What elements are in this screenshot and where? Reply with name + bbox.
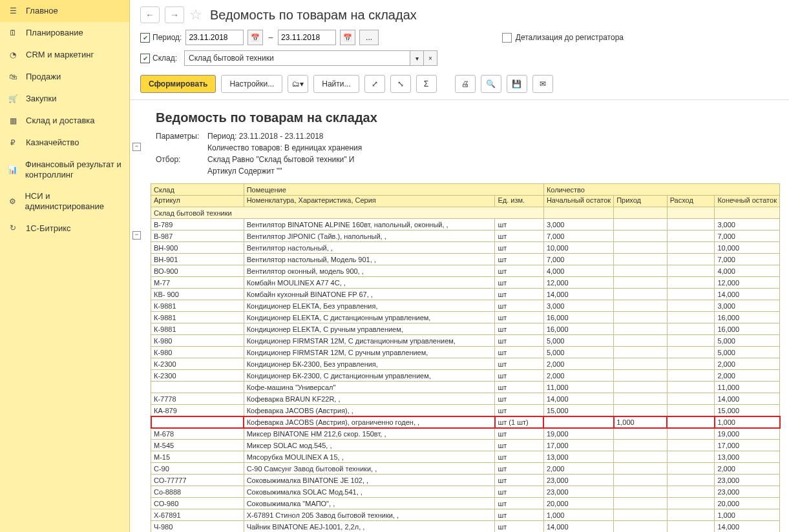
sidebar-item-8[interactable]: ⚙НСИ и администрирование — [0, 185, 129, 217]
period-checkbox[interactable]: Период: — [140, 33, 182, 43]
email-button[interactable]: ✉ — [532, 75, 553, 93]
collapse-handle-group[interactable]: − — [132, 231, 141, 240]
cell-ed: шт — [495, 358, 544, 370]
preview-button[interactable]: 🔍 — [481, 75, 501, 93]
col-pomesh: Помещение — [244, 184, 543, 196]
sidebar-item-5[interactable]: ▦Склад и доставка — [0, 110, 129, 132]
sidebar-item-2[interactable]: ◔CRM и маркетинг — [0, 44, 129, 66]
main-area: ← → ☆ Ведомость по товарам на складах Пе… — [130, 0, 789, 532]
table-row[interactable]: К-2300Кондиционер БК-2300, Без управлени… — [151, 358, 780, 370]
sum-button[interactable]: Σ — [416, 75, 437, 93]
cell-nom: Соковыжималка SOLAC Мод.541, , — [244, 486, 495, 498]
col-rash: Расход — [667, 196, 715, 207]
table-row[interactable]: К-9881Кондиционер ELEKTA, Без управления… — [151, 300, 780, 312]
table-row[interactable]: КА-879Кофеварка JACOBS (Австрия), ,шт15,… — [151, 405, 780, 416]
table-row[interactable]: Х-67891Х-67891 Стинол 205 Завод бытовой … — [151, 509, 780, 521]
table-row[interactable]: Кофеварка JACOBS (Австрия), ограниченно … — [151, 416, 780, 428]
calendar-to-button[interactable]: 📅 — [340, 30, 355, 45]
qty-line: Количество товаров: В единицах хранения — [207, 142, 362, 154]
collapse-handle-top[interactable]: − — [132, 143, 141, 151]
cell-kon: 14,000 — [715, 289, 780, 300]
sidebar-item-0[interactable]: ☰Главное — [0, 0, 129, 22]
calendar-from-button[interactable]: 📅 — [247, 30, 263, 45]
table-row[interactable]: М-545Миксер SOLAC мод.545, ,шт17,00017,0… — [151, 440, 780, 451]
expand-button[interactable]: ⤢ — [364, 75, 385, 93]
table-row[interactable]: К-2300Кондиционер БК-2300, С дистанционн… — [151, 370, 780, 382]
cell-prih — [614, 230, 668, 242]
settings-button[interactable]: Настройки... — [221, 75, 282, 93]
sidebar-item-7[interactable]: 📊Финансовый результат и контроллинг — [0, 154, 129, 185]
cell-prih — [614, 219, 668, 230]
table-row[interactable]: В-987Вентилятор JIPONIC (Тайв.), напольн… — [151, 230, 780, 242]
favorite-star-icon[interactable]: ☆ — [189, 6, 202, 23]
collapse-button[interactable]: ⤡ — [390, 75, 411, 93]
cell-prih — [614, 475, 668, 486]
table-row[interactable]: К-980Кондиционер FIRMSTAR 12M, С дистанц… — [151, 335, 780, 347]
sidebar-icon: 🛒 — [8, 94, 18, 104]
table-row[interactable]: М-15Мясорубка MOULINEX A 15, ,шт13,00013… — [151, 451, 780, 463]
form-button[interactable]: Сформировать — [140, 75, 216, 93]
sidebar-item-1[interactable]: 🗓Планирование — [0, 22, 129, 44]
table-row[interactable]: К-9881Кондиционер ELEKTA, С ручным управ… — [151, 323, 780, 335]
table-row[interactable]: В-789Вентилятор BINATONE ALPINE 160вт, н… — [151, 219, 780, 230]
col-art: Артикул — [151, 196, 244, 207]
sidebar-icon: ▦ — [8, 116, 18, 126]
date-to-input[interactable] — [278, 30, 336, 45]
variants-button[interactable]: 🗂▾ — [288, 75, 308, 93]
print-button[interactable]: 🖨 — [455, 75, 476, 93]
cell-prih — [614, 312, 668, 323]
cell-art: К-9881 — [151, 312, 244, 323]
sidebar-icon: ☰ — [8, 6, 18, 16]
sidebar-item-3[interactable]: 🛍Продажи — [0, 66, 129, 88]
table-row[interactable]: СО-77777Соковыжималка BINATONE JE 102, ,… — [151, 475, 780, 486]
table-row[interactable]: М-678Миксер BINATONE HM 212,6 скор. 150в… — [151, 428, 780, 440]
table-row[interactable]: К-7778Кофеварка BRAUN KF22R, ,шт14,00014… — [151, 393, 780, 405]
table-row[interactable]: Ч-980Чайник BINATONE AEJ-1001, 2,2л, ,шт… — [151, 521, 780, 533]
table-row[interactable]: Со-8888Соковыжималка SOLAC Мод.541, ,шт2… — [151, 486, 780, 498]
cell-art: М-678 — [151, 428, 244, 440]
table-row[interactable]: ВН-900Вентилятор настольный, ,шт10,00010… — [151, 242, 780, 254]
cell-rash — [667, 219, 715, 230]
nav-back-button[interactable]: ← — [140, 6, 160, 23]
cell-prih — [614, 289, 668, 300]
cell-prih — [614, 509, 668, 521]
nav-forward-button[interactable]: → — [165, 6, 184, 23]
cell-rash — [667, 416, 715, 428]
table-row[interactable]: СО-980Соковыжималка "МАПО", ,шт20,00020,… — [151, 498, 780, 509]
cell-art: К-9881 — [151, 323, 244, 335]
table-row[interactable]: КВ- 900Комбайн кухонный BINATONE FP 67, … — [151, 289, 780, 300]
table-row[interactable]: С-90С-90 Самсунг Завод бытовой техники, … — [151, 463, 780, 475]
sidebar-item-6[interactable]: ₽Казначейство — [0, 132, 129, 154]
cell-nach: 4,000 — [543, 265, 613, 277]
detail-checkbox[interactable]: Детализация до регистратора — [502, 33, 624, 43]
date-from-input[interactable] — [185, 30, 244, 45]
cell-rash — [667, 323, 715, 335]
sidebar-item-9[interactable]: ↻1С-Битрикс — [0, 217, 129, 239]
table-row[interactable]: К-9881Кондиционер ELEKTA, С дистанционны… — [151, 312, 780, 323]
sidebar-label: Продажи — [26, 72, 61, 82]
table-row[interactable]: Кофе-машина "Универсал"шт11,00011,000 — [151, 382, 780, 393]
save-button[interactable]: 💾 — [507, 75, 527, 93]
warehouse-select[interactable]: Склад бытовой техники ▾ × — [184, 50, 437, 66]
sidebar-label: Планирование — [26, 28, 83, 38]
warehouse-checkbox[interactable]: Склад: — [140, 54, 180, 63]
cell-rash — [667, 312, 715, 323]
cell-nom: Вентилятор JIPONIC (Тайв.), напольный, , — [244, 230, 495, 242]
cell-prih — [614, 242, 668, 254]
table-row[interactable]: М-77Комбайн MOULINEX A77 4C, ,шт12,00012… — [151, 277, 780, 289]
find-button[interactable]: Найти... — [313, 75, 359, 93]
cell-ed: шт — [495, 428, 544, 440]
table-row[interactable]: ВО-900Вентилятор оконный, модель 900, ,ш… — [151, 265, 780, 277]
table-row[interactable]: ВН-901Вентилятор настольный, Модель 901,… — [151, 254, 780, 265]
table-row[interactable]: К-980Кондиционер FIRMSTAR 12M, С ручным … — [151, 347, 780, 358]
cell-rash — [667, 486, 715, 498]
sidebar-item-4[interactable]: 🛒Закупки — [0, 88, 129, 110]
cell-ed: шт — [495, 405, 544, 416]
cell-nom: Х-67891 Стинол 205 Завод бытовой техники… — [244, 509, 495, 521]
cell-nom: Соковыжималка BINATONE JE 102, , — [244, 475, 495, 486]
cell-rash — [667, 335, 715, 347]
warehouse-dropdown-button[interactable]: ▾ — [410, 51, 423, 65]
period-more-button[interactable]: ... — [359, 30, 379, 45]
warehouse-clear-button[interactable]: × — [423, 51, 437, 65]
cell-art: К-2300 — [151, 358, 244, 370]
